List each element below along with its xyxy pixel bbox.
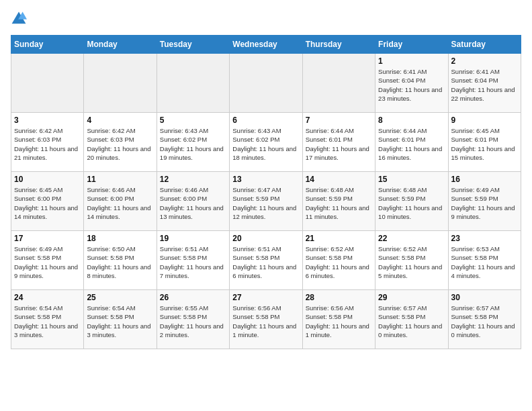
- week-row-4: 24Sunrise: 6:54 AMSunset: 5:58 PMDayligh…: [11, 290, 521, 349]
- calendar-header: SundayMondayTuesdayWednesdayThursdayFrid…: [11, 36, 521, 54]
- day-number: 28: [306, 293, 372, 302]
- day-cell: 9Sunrise: 6:45 AMSunset: 6:01 PMDaylight…: [448, 113, 521, 172]
- day-info: Sunrise: 6:52 AMSunset: 5:58 PMDaylight:…: [378, 244, 445, 280]
- day-cell: 10Sunrise: 6:45 AMSunset: 6:00 PMDayligh…: [11, 172, 84, 231]
- day-cell: 14Sunrise: 6:48 AMSunset: 5:59 PMDayligh…: [302, 172, 375, 231]
- week-row-0: 1Sunrise: 6:41 AMSunset: 6:04 PMDaylight…: [11, 54, 521, 113]
- day-number: 15: [378, 175, 445, 184]
- day-cell: 20Sunrise: 6:51 AMSunset: 5:58 PMDayligh…: [230, 231, 302, 290]
- day-number: 1: [378, 56, 445, 66]
- header-cell-tuesday: Tuesday: [157, 36, 229, 54]
- day-cell: 21Sunrise: 6:52 AMSunset: 5:58 PMDayligh…: [302, 231, 375, 290]
- day-info: Sunrise: 6:48 AMSunset: 5:59 PMDaylight:…: [378, 185, 445, 221]
- day-cell: 8Sunrise: 6:44 AMSunset: 6:01 PMDaylight…: [375, 113, 448, 172]
- header-cell-saturday: Saturday: [448, 36, 521, 54]
- day-number: 13: [232, 175, 299, 184]
- day-cell: 27Sunrise: 6:56 AMSunset: 5:58 PMDayligh…: [230, 290, 302, 349]
- day-info: Sunrise: 6:46 AMSunset: 6:00 PMDaylight:…: [160, 185, 226, 221]
- day-number: 29: [378, 293, 445, 302]
- day-info: Sunrise: 6:43 AMSunset: 6:02 PMDaylight:…: [232, 126, 299, 162]
- day-info: Sunrise: 6:45 AMSunset: 6:00 PMDaylight:…: [14, 185, 81, 221]
- day-info: Sunrise: 6:54 AMSunset: 5:58 PMDaylight:…: [14, 304, 81, 339]
- day-number: 20: [232, 234, 299, 243]
- day-cell: 16Sunrise: 6:49 AMSunset: 5:59 PMDayligh…: [448, 172, 521, 231]
- day-number: 6: [232, 116, 299, 125]
- day-number: 23: [451, 234, 518, 243]
- day-info: Sunrise: 6:45 AMSunset: 6:01 PMDaylight:…: [451, 126, 518, 162]
- day-cell: 2Sunrise: 6:41 AMSunset: 6:04 PMDaylight…: [448, 54, 521, 113]
- day-number: 3: [14, 116, 81, 125]
- day-cell: [157, 54, 229, 113]
- day-cell: 29Sunrise: 6:57 AMSunset: 5:58 PMDayligh…: [375, 290, 448, 349]
- day-number: 7: [306, 116, 372, 125]
- day-cell: 12Sunrise: 6:46 AMSunset: 6:00 PMDayligh…: [157, 172, 229, 231]
- day-info: Sunrise: 6:41 AMSunset: 6:04 PMDaylight:…: [451, 67, 518, 103]
- day-cell: 28Sunrise: 6:56 AMSunset: 5:58 PMDayligh…: [302, 290, 375, 349]
- day-cell: [11, 54, 84, 113]
- day-number: 17: [14, 234, 81, 243]
- day-cell: [84, 54, 157, 113]
- day-cell: 15Sunrise: 6:48 AMSunset: 5:59 PMDayligh…: [375, 172, 448, 231]
- day-info: Sunrise: 6:56 AMSunset: 5:58 PMDaylight:…: [306, 304, 372, 339]
- day-cell: 17Sunrise: 6:49 AMSunset: 5:58 PMDayligh…: [11, 231, 84, 290]
- day-number: 10: [14, 175, 81, 184]
- day-cell: 25Sunrise: 6:54 AMSunset: 5:58 PMDayligh…: [84, 290, 157, 349]
- day-number: 27: [232, 293, 299, 302]
- day-number: 24: [14, 293, 81, 302]
- day-info: Sunrise: 6:44 AMSunset: 6:01 PMDaylight:…: [306, 126, 372, 162]
- day-info: Sunrise: 6:54 AMSunset: 5:58 PMDaylight:…: [87, 304, 153, 339]
- day-number: 4: [87, 116, 153, 125]
- day-info: Sunrise: 6:42 AMSunset: 6:03 PMDaylight:…: [87, 126, 153, 162]
- header-cell-sunday: Sunday: [11, 36, 84, 54]
- day-info: Sunrise: 6:49 AMSunset: 5:59 PMDaylight:…: [451, 185, 518, 221]
- day-number: 11: [87, 175, 153, 184]
- header-cell-friday: Friday: [375, 36, 448, 54]
- day-cell: [302, 54, 375, 113]
- day-cell: [230, 54, 302, 113]
- day-info: Sunrise: 6:52 AMSunset: 5:58 PMDaylight:…: [306, 244, 372, 280]
- day-cell: 5Sunrise: 6:43 AMSunset: 6:02 PMDaylight…: [157, 113, 229, 172]
- day-number: 30: [451, 293, 518, 302]
- day-number: 8: [378, 116, 445, 125]
- header-cell-wednesday: Wednesday: [230, 36, 302, 54]
- day-info: Sunrise: 6:56 AMSunset: 5:58 PMDaylight:…: [232, 304, 299, 339]
- day-info: Sunrise: 6:57 AMSunset: 5:58 PMDaylight:…: [378, 304, 445, 339]
- day-cell: 4Sunrise: 6:42 AMSunset: 6:03 PMDaylight…: [84, 113, 157, 172]
- day-cell: 24Sunrise: 6:54 AMSunset: 5:58 PMDayligh…: [11, 290, 84, 349]
- day-cell: 3Sunrise: 6:42 AMSunset: 6:03 PMDaylight…: [11, 113, 84, 172]
- page-header: [11, 11, 521, 27]
- day-info: Sunrise: 6:51 AMSunset: 5:58 PMDaylight:…: [232, 244, 299, 280]
- day-number: 19: [160, 234, 226, 243]
- day-info: Sunrise: 6:43 AMSunset: 6:02 PMDaylight:…: [160, 126, 226, 162]
- day-number: 16: [451, 175, 518, 184]
- day-info: Sunrise: 6:41 AMSunset: 6:04 PMDaylight:…: [378, 67, 445, 103]
- day-info: Sunrise: 6:46 AMSunset: 6:00 PMDaylight:…: [87, 185, 153, 221]
- day-info: Sunrise: 6:47 AMSunset: 5:59 PMDaylight:…: [232, 185, 299, 221]
- calendar-table: SundayMondayTuesdayWednesdayThursdayFrid…: [11, 35, 521, 349]
- week-row-1: 3Sunrise: 6:42 AMSunset: 6:03 PMDaylight…: [11, 113, 521, 172]
- day-number: 22: [378, 234, 445, 243]
- header-cell-monday: Monday: [84, 36, 157, 54]
- header-cell-thursday: Thursday: [302, 36, 375, 54]
- logo: [11, 11, 30, 27]
- day-number: 5: [160, 116, 226, 125]
- day-cell: 30Sunrise: 6:57 AMSunset: 5:58 PMDayligh…: [448, 290, 521, 349]
- day-number: 12: [160, 175, 226, 184]
- day-cell: 23Sunrise: 6:53 AMSunset: 5:58 PMDayligh…: [448, 231, 521, 290]
- day-cell: 6Sunrise: 6:43 AMSunset: 6:02 PMDaylight…: [230, 113, 302, 172]
- day-number: 25: [87, 293, 153, 302]
- calendar-body: 1Sunrise: 6:41 AMSunset: 6:04 PMDaylight…: [11, 54, 521, 349]
- logo-icon: [11, 11, 27, 27]
- day-info: Sunrise: 6:53 AMSunset: 5:58 PMDaylight:…: [451, 244, 518, 280]
- day-cell: 19Sunrise: 6:51 AMSunset: 5:58 PMDayligh…: [157, 231, 229, 290]
- day-cell: 1Sunrise: 6:41 AMSunset: 6:04 PMDaylight…: [375, 54, 448, 113]
- day-info: Sunrise: 6:44 AMSunset: 6:01 PMDaylight:…: [378, 126, 445, 162]
- week-row-3: 17Sunrise: 6:49 AMSunset: 5:58 PMDayligh…: [11, 231, 521, 290]
- day-number: 14: [306, 175, 372, 184]
- day-info: Sunrise: 6:57 AMSunset: 5:58 PMDaylight:…: [451, 304, 518, 339]
- day-cell: 22Sunrise: 6:52 AMSunset: 5:58 PMDayligh…: [375, 231, 448, 290]
- day-info: Sunrise: 6:48 AMSunset: 5:59 PMDaylight:…: [306, 185, 372, 221]
- week-row-2: 10Sunrise: 6:45 AMSunset: 6:00 PMDayligh…: [11, 172, 521, 231]
- day-cell: 7Sunrise: 6:44 AMSunset: 6:01 PMDaylight…: [302, 113, 375, 172]
- day-info: Sunrise: 6:50 AMSunset: 5:58 PMDaylight:…: [87, 244, 153, 280]
